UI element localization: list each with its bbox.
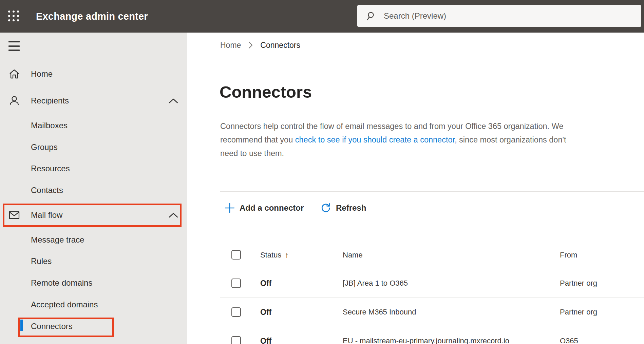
row-status: Off — [260, 336, 271, 344]
select-all-checkbox[interactable] — [231, 250, 241, 260]
chevron-up-icon[interactable] — [169, 213, 178, 218]
row-name[interactable]: Secure M365 Inbound — [343, 307, 416, 317]
search-icon — [367, 11, 376, 21]
sidebar-item-label: Resources — [31, 159, 70, 178]
table-divider — [220, 269, 644, 269]
add-connector-button[interactable]: Add a connector — [225, 198, 304, 217]
envelope-icon — [8, 209, 20, 221]
column-header-from[interactable]: From — [560, 250, 577, 260]
sidebar-item-resources[interactable]: Resources — [0, 159, 187, 178]
row-checkbox[interactable] — [231, 336, 241, 344]
row-checkbox[interactable] — [231, 307, 241, 317]
refresh-button[interactable]: Refresh — [320, 198, 366, 217]
sidebar-item-label: Mail flow — [31, 206, 62, 225]
row-from: Partner org — [560, 278, 597, 288]
sort-ascending-icon: ↑ — [285, 251, 288, 260]
sidebar-item-message-trace[interactable]: Message trace — [0, 230, 187, 249]
sidebar-item-rules[interactable]: Rules — [0, 252, 187, 271]
breadcrumb: Home Connectors — [220, 40, 300, 50]
row-status: Off — [260, 307, 271, 317]
page-title: Connectors — [220, 82, 312, 101]
chevron-up-icon[interactable] — [169, 98, 178, 103]
column-header-name[interactable]: Name — [343, 250, 363, 260]
sidebar-item-remote-domains[interactable]: Remote domains — [0, 273, 187, 292]
search-box[interactable] — [357, 5, 641, 27]
sidebar-item-home[interactable]: Home — [0, 64, 187, 83]
sidebar-item-label: Groups — [31, 138, 58, 157]
create-connector-check-link[interactable]: check to see if you should create a conn… — [295, 135, 457, 144]
row-checkbox[interactable] — [231, 279, 241, 288]
refresh-icon — [320, 203, 331, 213]
row-from: O365 — [560, 336, 578, 344]
nav-toggle-icon[interactable] — [8, 41, 20, 51]
sidebar-item-connectors[interactable]: Connectors — [0, 317, 187, 336]
sidebar-item-recipients[interactable]: Recipients — [0, 91, 187, 110]
sidebar: Home Recipients Mailboxes Groups Resourc… — [0, 33, 187, 344]
search-input[interactable] — [383, 11, 641, 21]
breadcrumb-current: Connectors — [260, 41, 300, 50]
app-title: Exchange admin center — [36, 0, 148, 33]
sidebar-item-label: Rules — [31, 252, 52, 271]
row-name[interactable]: [JB] Area 1 to O365 — [343, 278, 408, 288]
sidebar-item-label: Recipients — [31, 91, 69, 110]
breadcrumb-home[interactable]: Home — [220, 41, 241, 50]
sidebar-item-label: Remote domains — [31, 273, 92, 292]
table-divider — [220, 298, 644, 298]
sidebar-item-contacts[interactable]: Contacts — [0, 181, 187, 200]
sidebar-item-label: Accepted domains — [31, 295, 98, 314]
toolbar-divider — [220, 191, 644, 192]
description-line: recommend that you check to see if you s… — [220, 133, 566, 147]
sidebar-item-mailboxes[interactable]: Mailboxes — [0, 116, 187, 135]
person-icon — [8, 95, 20, 107]
row-status: Off — [260, 278, 271, 288]
page-description: Connectors help control the flow of emai… — [220, 119, 566, 160]
sidebar-item-mail-flow[interactable]: Mail flow — [0, 206, 187, 225]
home-icon — [8, 68, 20, 80]
row-from: Partner org — [560, 307, 597, 317]
column-header-status[interactable]: Status ↑ — [260, 250, 288, 260]
description-line: need to use them. — [220, 147, 566, 160]
topbar: Exchange admin center — [0, 0, 644, 33]
chevron-right-icon — [248, 41, 253, 49]
row-name[interactable]: EU - mailstream-eu-primary.journaling.mx… — [343, 336, 509, 344]
selected-item-indicator — [20, 320, 23, 331]
sidebar-item-label: Home — [31, 64, 53, 83]
sidebar-item-label: Message trace — [31, 230, 84, 249]
plus-icon — [225, 203, 235, 213]
sidebar-item-groups[interactable]: Groups — [0, 138, 187, 157]
sidebar-item-label: Mailboxes — [31, 116, 68, 135]
description-line: Connectors help control the flow of emai… — [220, 119, 566, 133]
sidebar-item-label: Connectors — [31, 317, 73, 336]
table-divider — [220, 327, 644, 327]
app-launcher-icon[interactable] — [8, 11, 20, 22]
sidebar-item-accepted-domains[interactable]: Accepted domains — [0, 295, 187, 314]
sidebar-item-label: Contacts — [31, 181, 63, 200]
